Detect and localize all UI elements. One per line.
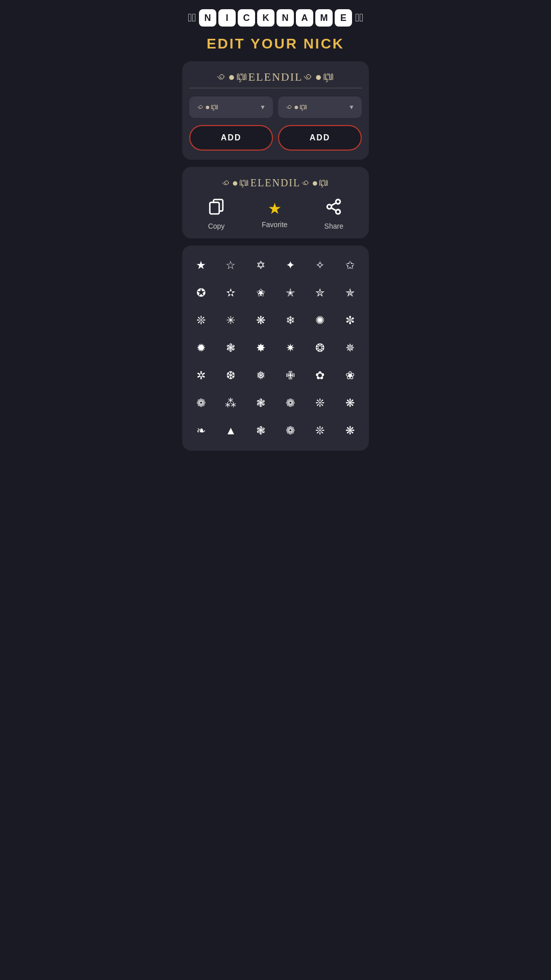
- symbol-item[interactable]: ✬: [247, 281, 274, 305]
- left-dropdown-value: ꩜●ꦇ: [196, 103, 219, 112]
- app-header: 𓂀𓁹 N I C K N A M E 𓁹𓂀: [176, 0, 375, 31]
- add-buttons-row: ADD ADD: [189, 125, 362, 151]
- symbol-item[interactable]: ❂: [306, 336, 334, 360]
- symbol-item[interactable]: ❋: [247, 309, 274, 332]
- symbol-item[interactable]: ✲: [187, 364, 215, 387]
- right-dropdown-value: ꩜●ꦇ: [285, 103, 308, 112]
- right-dropdown[interactable]: ꩜●ꦇ ▼: [278, 96, 362, 118]
- symbol-item[interactable]: ✡: [247, 254, 274, 277]
- svg-line-5: [331, 208, 336, 211]
- favorite-label: Favorite: [262, 220, 288, 229]
- add-right-button[interactable]: ADD: [278, 125, 362, 151]
- symbol-item[interactable]: ✧: [306, 254, 334, 277]
- symbol-item[interactable]: ❃: [217, 336, 244, 360]
- symbol-item[interactable]: ✷: [277, 336, 304, 360]
- symbol-item[interactable]: ❁: [277, 391, 304, 415]
- symbol-item[interactable]: ✩: [336, 254, 364, 277]
- letter-i: I: [218, 9, 236, 27]
- symbol-item[interactable]: ❧: [187, 419, 215, 443]
- dropdowns-row: ꩜●ꦇ ▼ ꩜●ꦇ ▼: [189, 96, 362, 118]
- symbol-item[interactable]: ▲: [217, 419, 244, 443]
- symbol-item[interactable]: ✵: [336, 336, 364, 360]
- copy-icon: [208, 198, 225, 219]
- favorite-action[interactable]: ★ Favorite: [262, 200, 288, 229]
- letter-c: C: [238, 9, 255, 27]
- share-icon: [325, 198, 342, 219]
- nick-input[interactable]: ꩜●ꦇELENDIL꩜●ꦇ: [189, 70, 362, 88]
- page-title: EDIT YOUR NICK: [176, 31, 375, 61]
- actions-row: Copy ★ Favorite Share: [189, 198, 362, 230]
- symbol-item[interactable]: ✿: [306, 364, 334, 387]
- symbol-item[interactable]: ✳: [217, 309, 244, 332]
- symbol-item[interactable]: ❋: [336, 419, 364, 443]
- letter-n2: N: [277, 9, 294, 27]
- symbol-item[interactable]: ❊: [306, 391, 334, 415]
- right-dropdown-arrow-icon: ▼: [348, 104, 355, 111]
- symbol-item[interactable]: ❄: [277, 309, 304, 332]
- edit-card: ꩜●ꦇELENDIL꩜●ꦇ ꩜●ꦇ ▼ ꩜●ꦇ ▼ ADD ADD: [182, 61, 369, 160]
- symbol-item[interactable]: ✙: [277, 364, 304, 387]
- symbol-item[interactable]: ☆: [217, 254, 244, 277]
- letter-m: M: [315, 9, 333, 27]
- symbol-item[interactable]: ❊: [306, 419, 334, 443]
- symbol-item[interactable]: ❃: [247, 419, 274, 443]
- symbols-grid: ★ ☆ ✡ ✦ ✧ ✩ ✪ ✫ ✬ ✭ ✮ ✯ ❊ ✳ ❋ ❄ ✺ ✼ ✹ ❃ …: [187, 254, 364, 443]
- symbol-item[interactable]: ❃: [247, 391, 274, 415]
- symbol-item[interactable]: ⁂: [217, 391, 244, 415]
- symbol-item[interactable]: ✦: [277, 254, 304, 277]
- symbol-item[interactable]: ❁: [187, 391, 215, 415]
- copy-label: Copy: [208, 222, 225, 230]
- left-dropdown[interactable]: ꩜●ꦇ ▼: [189, 96, 273, 118]
- symbol-item[interactable]: ✺: [306, 309, 334, 332]
- symbol-item[interactable]: ❊: [187, 309, 215, 332]
- symbol-item[interactable]: ❋: [336, 391, 364, 415]
- letter-n: N: [199, 9, 216, 27]
- preview-nick-display: ꩜●ꦇELENDIL꩜●ꦇ: [189, 177, 362, 189]
- nick-letters-banner: N I C K N A M E: [199, 9, 352, 27]
- symbol-item[interactable]: ✮: [306, 281, 334, 305]
- letter-a: A: [296, 9, 313, 27]
- symbol-item[interactable]: ✯: [336, 281, 364, 305]
- preview-card: ꩜●ꦇELENDIL꩜●ꦇ Copy ★ Favorite: [182, 167, 369, 238]
- letter-k: K: [257, 9, 274, 27]
- symbol-item[interactable]: ❀: [336, 364, 364, 387]
- symbol-item[interactable]: ✸: [247, 336, 274, 360]
- share-label: Share: [324, 222, 343, 230]
- symbol-item[interactable]: ✼: [336, 309, 364, 332]
- share-action[interactable]: Share: [324, 198, 343, 230]
- svg-line-6: [331, 203, 336, 206]
- symbol-item[interactable]: ❆: [217, 364, 244, 387]
- copy-action[interactable]: Copy: [208, 198, 225, 230]
- symbols-card: ★ ☆ ✡ ✦ ✧ ✩ ✪ ✫ ✬ ✭ ✮ ✯ ❊ ✳ ❋ ❄ ✺ ✼ ✹ ❃ …: [182, 246, 369, 451]
- symbol-item[interactable]: ✫: [217, 281, 244, 305]
- svg-rect-1: [210, 203, 219, 214]
- right-deco-icon: 𓁹𓂀: [355, 11, 363, 24]
- left-dropdown-arrow-icon: ▼: [260, 104, 266, 111]
- letter-e: E: [335, 9, 352, 27]
- symbol-item[interactable]: ✭: [277, 281, 304, 305]
- symbol-item[interactable]: ❅: [247, 364, 274, 387]
- left-deco-icon: 𓂀𓁹: [188, 11, 196, 24]
- symbol-item[interactable]: ✪: [187, 281, 215, 305]
- symbol-item[interactable]: ✹: [187, 336, 215, 360]
- add-left-button[interactable]: ADD: [189, 125, 273, 151]
- symbol-item[interactable]: ★: [187, 254, 215, 277]
- favorite-icon: ★: [268, 200, 282, 217]
- symbol-item[interactable]: ❁: [277, 419, 304, 443]
